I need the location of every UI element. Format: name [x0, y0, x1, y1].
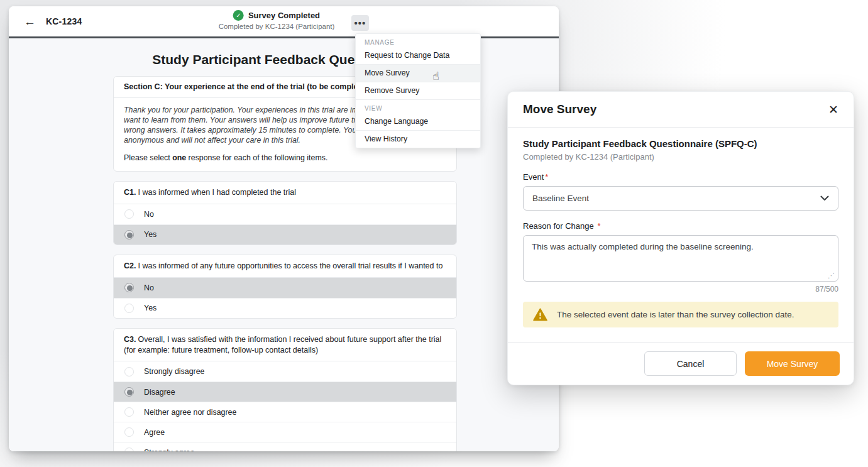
menu-item-request-to-change-data[interactable]: Request to Change Data	[356, 47, 480, 64]
back-arrow-icon[interactable]: ←	[24, 16, 36, 28]
option-label: No	[144, 283, 154, 292]
option-label: Strongly agree	[144, 448, 195, 451]
radio-selected-icon[interactable]	[124, 387, 134, 397]
event-label: Event*	[523, 172, 838, 182]
required-asterisk: *	[597, 221, 600, 231]
move-survey-modal: Move Survey ✕ Study Participant Feedback…	[507, 91, 854, 385]
option-row-agree[interactable]: Agree	[114, 422, 456, 442]
question-card-c2: C2.I was informed of any future opportun…	[113, 255, 457, 319]
radio-icon[interactable]	[124, 427, 134, 437]
resize-handle-icon[interactable]: ⋰	[828, 271, 835, 280]
status-badge: ✓ Survey Completed Completed by KC-1234 …	[219, 10, 335, 30]
modal-title: Move Survey	[523, 102, 596, 116]
modal-survey-name: Study Participant Feedback Questionnaire…	[523, 138, 838, 149]
menu-section-header: MANAGE	[356, 34, 480, 47]
question-text: C1.I was informed when I had completed t…	[114, 182, 456, 204]
option-row-no[interactable]: No	[114, 278, 456, 298]
participant-id: KC-1234	[46, 16, 82, 26]
option-row-yes[interactable]: Yes	[114, 224, 456, 244]
reason-textarea[interactable]: This was actually completed during the b…	[523, 235, 838, 282]
radio-icon[interactable]	[124, 209, 134, 219]
kebab-menu-button[interactable]: •••	[351, 15, 369, 31]
option-row-disagree[interactable]: Disagree	[114, 382, 456, 402]
warning-text: The selected event date is later than th…	[557, 310, 794, 319]
question-card-c3: C3.Overall, I was satisfied with the inf…	[113, 328, 457, 451]
option-row-yes[interactable]: Yes	[114, 298, 456, 318]
option-row-no[interactable]: No	[114, 204, 456, 224]
option-label: Yes	[144, 304, 157, 312]
radio-icon[interactable]	[124, 304, 134, 313]
question-list: C1.I was informed when I had completed t…	[113, 181, 457, 451]
menu-item-view-history[interactable]: View History	[356, 130, 480, 148]
radio-selected-icon[interactable]	[124, 283, 134, 292]
question-card-c1: C1.I was informed when I had completed t…	[113, 181, 457, 245]
radio-icon[interactable]	[124, 407, 134, 417]
option-label: Yes	[144, 230, 157, 239]
menu-section-manage: MANAGERequest to Change DataMove SurveyR…	[356, 34, 480, 99]
instruction-text: Please select one response for each of t…	[114, 145, 456, 171]
status-title: Survey Completed	[248, 11, 320, 20]
option-label: Strongly disagree	[144, 367, 204, 376]
radio-icon[interactable]	[124, 367, 134, 376]
warning-banner: The selected event date is later than th…	[523, 302, 838, 327]
menu-item-change-language[interactable]: Change Language	[356, 113, 480, 130]
question-text: C2.I was informed of any future opportun…	[114, 255, 456, 278]
radio-selected-icon[interactable]	[124, 230, 134, 239]
reason-label: Reason for Change *	[523, 221, 838, 231]
option-row-strongly-disagree[interactable]: Strongly disagree	[114, 361, 456, 382]
cancel-button[interactable]: Cancel	[644, 351, 737, 376]
status-subtitle: Completed by KC-1234 (Participant)	[219, 23, 335, 30]
option-row-neither-agree-nor-disagree[interactable]: Neither agree nor disagree	[114, 402, 456, 422]
question-text: C3.Overall, I was satisfied with the inf…	[114, 329, 456, 362]
option-row-strongly-agree[interactable]: Strongly agree	[114, 442, 456, 451]
option-label: Disagree	[144, 388, 175, 397]
event-select[interactable]: Baseline Event	[523, 186, 838, 211]
event-select-value: Baseline Event	[532, 194, 589, 203]
modal-completed-by: Completed by KC-1234 (Participant)	[523, 152, 838, 162]
radio-icon[interactable]	[124, 448, 134, 451]
menu-item-remove-survey[interactable]: Remove Survey	[356, 82, 480, 99]
move-survey-button[interactable]: Move Survey	[745, 351, 840, 376]
chevron-down-icon	[820, 195, 829, 201]
menu-item-move-survey[interactable]: Move Survey	[356, 64, 480, 82]
warning-triangle-icon	[533, 308, 547, 321]
close-icon[interactable]: ✕	[828, 104, 838, 116]
menu-section-header: VIEW	[356, 100, 480, 113]
option-label: Neither agree nor disagree	[144, 408, 236, 417]
option-label: Agree	[144, 428, 165, 437]
kebab-dropdown-menu: MANAGERequest to Change DataMove SurveyR…	[355, 33, 481, 148]
option-label: No	[144, 210, 154, 219]
menu-section-view: VIEWChange LanguageView History	[356, 99, 480, 148]
required-asterisk: *	[545, 172, 548, 182]
check-circle-icon: ✓	[233, 10, 244, 21]
char-counter: 87/500	[523, 285, 838, 294]
app-header: ← KC-1234 ✓ Survey Completed Completed b…	[9, 6, 559, 36]
reason-text: This was actually completed during the b…	[532, 242, 754, 251]
